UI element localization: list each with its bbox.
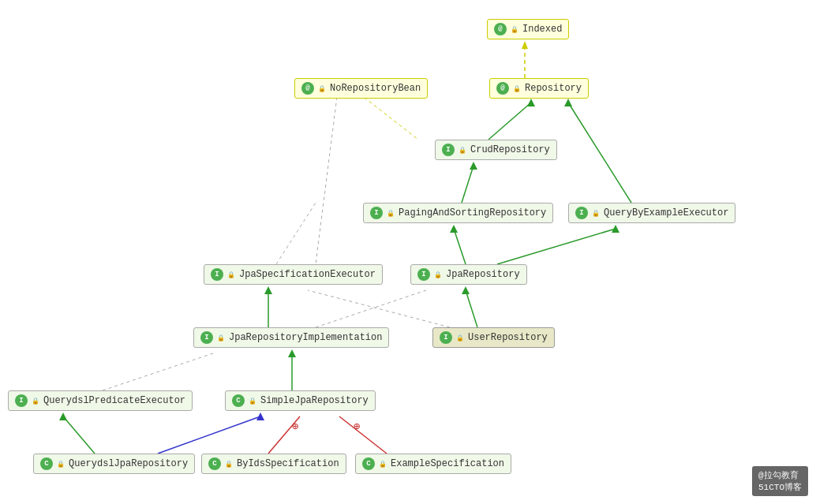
svg-marker-16 bbox=[462, 286, 470, 294]
icon-i-jpaspec: I bbox=[211, 268, 223, 281]
svg-marker-20 bbox=[264, 286, 272, 294]
icon-i-querybyexample: I bbox=[575, 207, 588, 219]
svg-line-15 bbox=[466, 290, 477, 327]
label-querydslpredicate: QuerydslPredicateExecutor bbox=[43, 395, 185, 406]
label-querydsljpa: QuerydslJpaRepository bbox=[69, 458, 188, 469]
svg-line-12 bbox=[497, 229, 616, 264]
svg-line-6 bbox=[462, 166, 474, 203]
node-norepositorybean: @ 🔒 NoRepositoryBean bbox=[294, 78, 428, 99]
label-jpaimpl: JpaRepositoryImplementation bbox=[229, 332, 382, 343]
lock-byids: 🔒 bbox=[225, 461, 233, 468]
svg-line-2 bbox=[488, 103, 531, 140]
node-jparepositoryimplementation: I 🔒 JpaRepositoryImplementation bbox=[193, 327, 389, 348]
node-jparepository: I 🔒 JpaRepository bbox=[410, 264, 527, 285]
label-norepositorybean: NoRepositoryBean bbox=[330, 83, 421, 94]
arrows-svg: ⊕ ⊕ bbox=[0, 0, 816, 504]
label-indexed: Indexed bbox=[522, 24, 562, 35]
icon-i-querydslpredicate: I bbox=[15, 394, 28, 407]
svg-marker-13 bbox=[612, 225, 619, 233]
node-simplejparepository: C 🔒 SimpleJpaRepository bbox=[225, 390, 376, 411]
svg-line-28 bbox=[268, 416, 300, 454]
icon-c-querydsljpa: C bbox=[40, 457, 53, 470]
node-querydslpredicateexecutor: I 🔒 QuerydslPredicateExecutor bbox=[8, 390, 193, 411]
icon-c-examplespec: C bbox=[362, 457, 375, 470]
svg-marker-3 bbox=[527, 99, 535, 106]
label-examplespec: ExampleSpecification bbox=[391, 458, 504, 469]
svg-line-14 bbox=[276, 203, 316, 264]
lock-repository: 🔒 bbox=[513, 85, 521, 92]
icon-i-userrepository: I bbox=[440, 331, 452, 344]
lock-examplespec: 🔒 bbox=[379, 461, 387, 468]
svg-text:⊕: ⊕ bbox=[292, 420, 299, 433]
svg-marker-7 bbox=[470, 162, 477, 170]
watermark: @拉勾教育 51CTO博客 bbox=[752, 466, 808, 496]
svg-line-5 bbox=[316, 78, 339, 264]
node-pagingandsortingrepository: I 🔒 PagingAndSortingRepository bbox=[363, 203, 553, 223]
svg-line-8 bbox=[568, 103, 631, 203]
watermark-line1: @拉勾教育 bbox=[758, 469, 802, 481]
label-byids: ByIdsSpecification bbox=[237, 458, 339, 469]
lock-jparepository: 🔒 bbox=[434, 271, 442, 278]
icon-c-simplejpa: C bbox=[232, 394, 245, 407]
svg-marker-27 bbox=[59, 413, 67, 420]
lock-jpaspec: 🔒 bbox=[227, 271, 235, 278]
icon-at-repository: @ bbox=[496, 82, 509, 95]
lock-querydsljpa: 🔒 bbox=[57, 461, 65, 468]
svg-line-26 bbox=[63, 416, 95, 454]
node-byidsspecification: C 🔒 ByIdsSpecification bbox=[201, 454, 346, 474]
svg-line-10 bbox=[454, 229, 466, 264]
icon-at-indexed: @ bbox=[494, 23, 507, 35]
lock-norepositorybean: 🔒 bbox=[318, 85, 326, 92]
node-examplespecification: C 🔒 ExampleSpecification bbox=[355, 454, 511, 474]
svg-line-18 bbox=[316, 290, 426, 327]
svg-marker-11 bbox=[450, 225, 458, 233]
icon-at-norepositorybean: @ bbox=[301, 82, 314, 95]
svg-line-24 bbox=[158, 416, 260, 454]
diagram-canvas: ⊕ ⊕ @ 🔒 Indexed @ 🔒 Repository @ 🔒 NoRep… bbox=[0, 0, 816, 504]
lock-userrepository: 🔒 bbox=[456, 334, 464, 342]
node-jpaspecificationexecutor: I 🔒 JpaSpecificationExecutor bbox=[204, 264, 383, 285]
lock-querybyexample: 🔒 bbox=[592, 210, 600, 217]
svg-marker-9 bbox=[564, 99, 572, 106]
svg-marker-25 bbox=[256, 413, 264, 420]
label-jpaspec: JpaSpecificationExecutor bbox=[239, 269, 376, 280]
label-jparepository: JpaRepository bbox=[446, 269, 520, 280]
watermark-line2: 51CTO博客 bbox=[758, 481, 802, 493]
icon-i-paging: I bbox=[370, 207, 383, 219]
lock-simplejpa: 🔒 bbox=[249, 398, 256, 405]
label-paging: PagingAndSortingRepository bbox=[399, 207, 546, 218]
icon-i-jpaimpl: I bbox=[200, 331, 213, 344]
svg-marker-22 bbox=[288, 349, 296, 357]
node-repository: @ 🔒 Repository bbox=[489, 78, 589, 99]
node-querybyexampleexecutor: I 🔒 QueryByExampleExecutor bbox=[568, 203, 736, 223]
svg-marker-1 bbox=[522, 41, 528, 49]
icon-c-byids: C bbox=[208, 457, 221, 470]
icon-i-jparepository: I bbox=[417, 268, 430, 281]
lock-jpaimpl: 🔒 bbox=[217, 334, 225, 342]
lock-crudrepository: 🔒 bbox=[459, 147, 466, 154]
label-simplejpa: SimpleJpaRepository bbox=[260, 395, 369, 406]
node-querydsljparepository: C 🔒 QuerydslJpaRepository bbox=[33, 454, 195, 474]
svg-text:⊕: ⊕ bbox=[354, 420, 361, 433]
svg-line-17 bbox=[308, 290, 450, 327]
label-userrepository: UserRepository bbox=[468, 332, 548, 343]
lock-querydslpredicate: 🔒 bbox=[32, 398, 39, 405]
label-querybyexample: QueryByExampleExecutor bbox=[604, 207, 728, 218]
node-crudrepository: I 🔒 CrudRepository bbox=[435, 140, 557, 160]
lock-indexed: 🔒 bbox=[511, 26, 518, 33]
svg-line-30 bbox=[339, 416, 387, 454]
icon-i-crudrepository: I bbox=[442, 144, 455, 156]
lock-paging: 🔒 bbox=[387, 210, 395, 217]
label-repository: Repository bbox=[525, 83, 582, 94]
svg-line-23 bbox=[103, 353, 213, 390]
node-indexed: @ 🔒 Indexed bbox=[487, 19, 569, 39]
node-userrepository: I 🔒 UserRepository bbox=[432, 327, 555, 348]
label-crudrepository: CrudRepository bbox=[470, 144, 550, 155]
